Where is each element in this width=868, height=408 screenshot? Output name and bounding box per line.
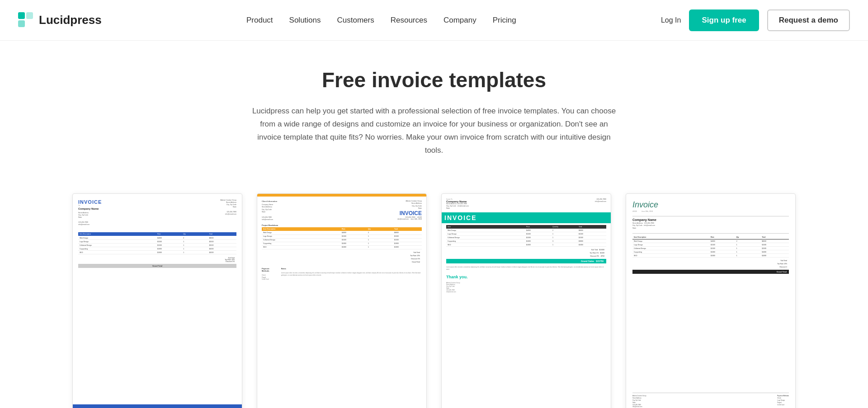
template-preview-traditional: Invoice #0126 June 19th, 2018 Company Na… [626,193,796,408]
header-actions: Log In Sign up free Request a demo [661,9,850,31]
signup-button[interactable]: Sign up free [689,9,759,31]
logo[interactable]: Lucidpress [18,12,102,28]
template-card-minimal[interactable]: Client Information Company NameStreet Ad… [257,193,427,408]
template-preview-graphic: Invoice To: Company Name Street Address … [441,193,611,408]
templates-section: INVOICE To: Company Name Street AddressC… [0,175,868,408]
nav-pricing[interactable]: Pricing [493,16,516,25]
main-nav: Product Solutions Customers Resources Co… [246,16,516,25]
logo-icon [18,12,34,28]
header: Lucidpress Product Solutions Customers R… [0,0,868,41]
nav-resources[interactable]: Resources [391,16,427,25]
svg-rect-2 [26,12,33,19]
nav-solutions[interactable]: Solutions [289,16,321,25]
template-preview-minimal: Client Information Company NameStreet Ad… [257,193,427,408]
login-button[interactable]: Log In [661,16,681,24]
templates-grid: INVOICE To: Company Name Street AddressC… [72,193,796,408]
hero-title: Free invoice templates [249,68,619,92]
hero-section: Free invoice templates Lucidpress can he… [231,41,637,175]
template-card-traditional[interactable]: Invoice #0126 June 19th, 2018 Company Na… [626,193,796,408]
svg-rect-0 [18,12,25,19]
demo-button[interactable]: Request a demo [767,9,850,31]
template-card-graphic[interactable]: Invoice To: Company Name Street Address … [441,193,611,408]
nav-company[interactable]: Company [443,16,476,25]
svg-rect-1 [18,20,25,27]
nav-customers[interactable]: Customers [337,16,374,25]
template-preview-professional: INVOICE To: Company Name Street AddressC… [72,193,242,408]
hero-description: Lucidpress can help you get started with… [249,105,619,157]
template-card-professional[interactable]: INVOICE To: Company Name Street AddressC… [72,193,242,408]
logo-text: Lucidpress [39,13,102,27]
nav-product[interactable]: Product [246,16,273,25]
